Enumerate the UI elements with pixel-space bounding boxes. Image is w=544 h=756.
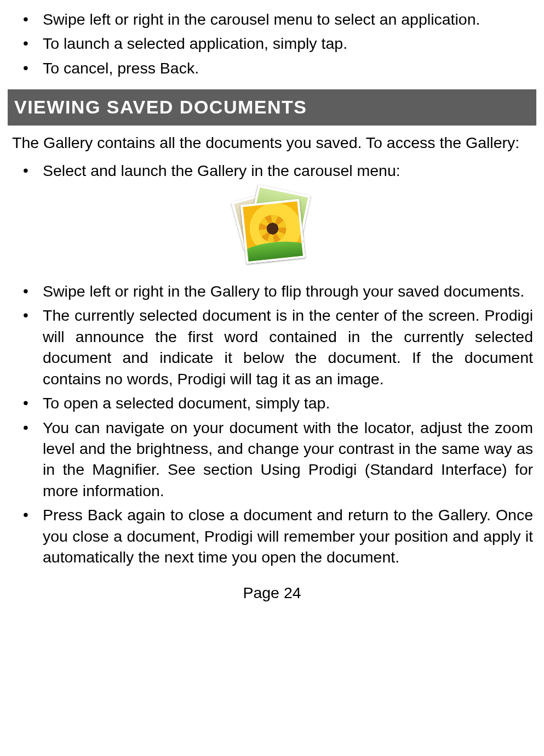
page-number: Page 24 (11, 582, 533, 603)
intro-paragraph: The Gallery contains all the documents y… (11, 132, 533, 153)
list-item: You can navigate on your document with t… (43, 417, 533, 502)
list-item: To open a selected document, simply tap. (43, 393, 533, 413)
list-item: Swipe left or right in the carousel menu… (43, 9, 533, 30)
list-item: Press Back again to close a document and… (43, 504, 533, 567)
gallery-bullet-list: Select and launch the Gallery in the car… (11, 160, 533, 181)
section-heading: VIEWING SAVED DOCUMENTS (8, 89, 536, 126)
list-item: Swipe left or right in the Gallery to fl… (43, 281, 533, 302)
list-item: To launch a selected application, simply… (43, 33, 533, 54)
gallery-icon-wrap (11, 185, 533, 272)
page-content: Swipe left or right in the carousel menu… (0, 0, 544, 609)
gallery-bullet-list-continued: Swipe left or right in the Gallery to fl… (11, 281, 533, 568)
photo-front-sunflower-icon (240, 199, 305, 264)
top-bullet-list: Swipe left or right in the carousel menu… (11, 9, 533, 78)
gallery-photos-icon (231, 185, 313, 268)
list-item: Select and launch the Gallery in the car… (43, 160, 533, 181)
list-item: To cancel, press Back. (43, 58, 533, 78)
list-item: The currently selected document is in th… (43, 305, 533, 389)
